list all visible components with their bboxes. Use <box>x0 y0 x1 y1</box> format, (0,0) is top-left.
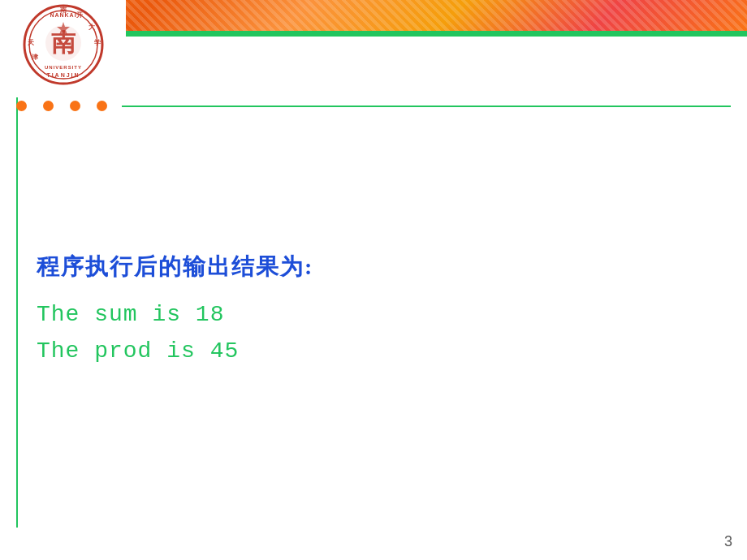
main-content: 程序执行后的输出结果为: The sum is 18 The prod is 4… <box>37 126 715 519</box>
output-line-2: The prod is 45 <box>37 334 715 370</box>
dot-1 <box>16 101 27 111</box>
chinese-heading: 程序执行后的输出结果为: <box>37 252 715 282</box>
university-logo: 南 开 大 学 TIANJIN NANKAI 天 津 UNIVERSITY 南 <box>19 2 108 88</box>
left-border-line <box>16 97 18 528</box>
dot-2 <box>43 101 54 111</box>
svg-text:大: 大 <box>88 24 96 31</box>
svg-text:津: 津 <box>32 54 39 61</box>
dot-4 <box>97 101 107 111</box>
dots-row <box>16 97 731 114</box>
svg-text:UNIVERSITY: UNIVERSITY <box>44 65 81 70</box>
svg-text:天: 天 <box>27 39 35 46</box>
svg-text:学: 学 <box>94 39 101 46</box>
svg-text:南: 南 <box>51 29 76 56</box>
svg-text:NANKAI: NANKAI <box>50 12 76 18</box>
dot-3 <box>70 101 80 111</box>
page-number: 3 <box>724 533 732 550</box>
university-logo-container: 南 开 大 学 TIANJIN NANKAI 天 津 UNIVERSITY 南 <box>0 0 126 89</box>
svg-text:TIANJIN: TIANJIN <box>46 72 80 78</box>
output-line-1: The sum is 18 <box>37 297 715 334</box>
